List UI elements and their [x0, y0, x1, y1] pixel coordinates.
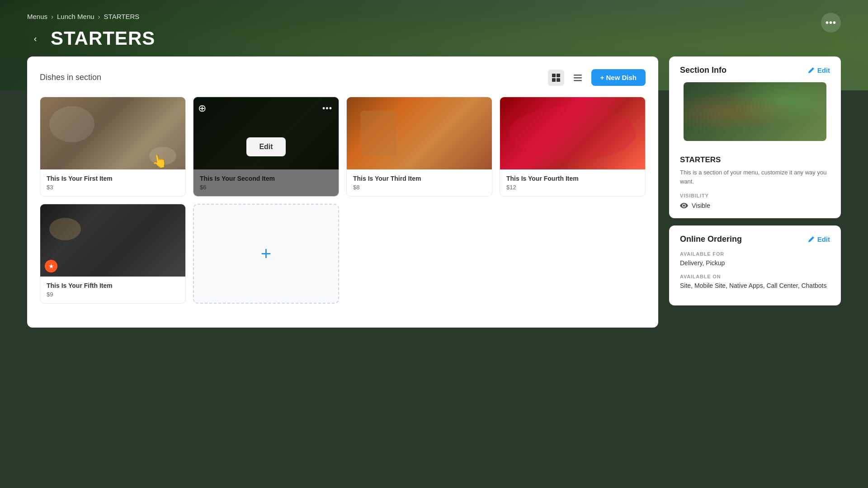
back-button[interactable]: ‹ — [27, 30, 43, 47]
dish-name-4: This Is Your Fourth Item — [506, 175, 639, 182]
list-view-button[interactable] — [570, 70, 586, 86]
available-on-label: AVAILABLE ON — [680, 274, 830, 279]
card-overlay: ⊕ ••• Edit — [193, 97, 339, 196]
dish-card-2[interactable]: ⊕ ••• Edit This Is Your Second Item $6 — [193, 97, 339, 197]
section-img-wrapper — [669, 82, 841, 155]
panel-title: Dishes in section — [40, 73, 101, 82]
online-ordering-edit-link[interactable]: Edit — [808, 235, 830, 243]
right-panel: Section Info Edit STARTERS This is a sec… — [669, 56, 841, 305]
dish-card-5[interactable]: ★ This Is Your Fifth Item $9 — [40, 204, 186, 304]
svg-rect-1 — [557, 74, 560, 77]
panel-header: Dishes in section — [40, 69, 646, 86]
edit-icon — [808, 67, 815, 74]
main-panel: Dishes in section — [27, 56, 658, 328]
dish-price-5: $9 — [47, 291, 179, 298]
section-info-body: STARTERS This is a section of your menu,… — [669, 155, 841, 218]
section-info-header: Section Info Edit — [669, 56, 841, 82]
breadcrumb-menus[interactable]: Menus — [27, 13, 47, 20]
dish-card-1[interactable]: This Is Your First Item $3 — [40, 97, 186, 197]
breadcrumb-sep-2: › — [98, 13, 100, 20]
online-ordering-body: AVAILABLE FOR Delivery, Pickup AVAILABLE… — [669, 244, 841, 305]
dish-price-1: $3 — [47, 184, 179, 191]
visibility-label: VISIBILITY — [680, 193, 830, 198]
dish-name-1: This Is Your First Item — [47, 175, 179, 182]
online-ordering-card: Online Ordering Edit AVAILABLE FOR Deliv… — [669, 225, 841, 305]
svg-rect-5 — [574, 77, 582, 79]
section-info-title: Section Info — [680, 66, 726, 75]
breadcrumb: Menus › Lunch Menu › STARTERS — [27, 13, 841, 20]
available-on-value: Site, Mobile Site, Native Apps, Call Cen… — [680, 282, 830, 289]
featured-badge: ★ — [45, 260, 57, 272]
new-dish-button[interactable]: + New Dish — [591, 69, 646, 86]
dish-grid: This Is Your First Item $3 ⊕ ••• Edit — [40, 97, 646, 304]
eye-icon — [680, 203, 688, 208]
breadcrumb-sep-1: › — [51, 13, 53, 20]
svg-rect-0 — [552, 74, 556, 77]
section-description: This is a section of your menu, customiz… — [680, 168, 830, 186]
breadcrumb-lunch-menu[interactable]: Lunch Menu — [57, 13, 94, 20]
card-more-button[interactable]: ••• — [321, 102, 334, 115]
section-info-edit-link[interactable]: Edit — [808, 66, 830, 74]
dish-price-3: $8 — [353, 184, 486, 191]
more-options-button[interactable]: ••• — [821, 13, 841, 33]
overlay-top: ⊕ ••• — [198, 102, 334, 115]
breadcrumb-current: STARTERS — [104, 13, 140, 20]
section-info-card: Section Info Edit STARTERS This is a sec… — [669, 56, 841, 218]
svg-rect-6 — [574, 80, 582, 81]
dish-card-3[interactable]: This Is Your Third Item $8 — [346, 97, 492, 197]
dish-card-4[interactable]: This Is Your Fourth Item $12 — [500, 97, 646, 197]
online-ordering-title: Online Ordering — [680, 235, 742, 244]
available-for-label: AVAILABLE FOR — [680, 251, 830, 257]
svg-rect-3 — [557, 78, 560, 82]
dish-name-3: This Is Your Third Item — [353, 175, 486, 182]
drag-handle-icon[interactable]: ⊕ — [198, 103, 206, 114]
page-title: STARTERS — [51, 28, 155, 49]
online-ordering-header: Online Ordering Edit — [669, 225, 841, 244]
svg-rect-2 — [552, 78, 556, 82]
svg-rect-4 — [574, 75, 582, 76]
available-for-value: Delivery, Pickup — [680, 259, 830, 267]
panel-actions: + New Dish — [548, 69, 646, 86]
grid-view-button[interactable] — [548, 70, 564, 86]
edit-icon-2 — [808, 236, 815, 243]
visibility-value: Visible — [692, 202, 710, 209]
section-name: STARTERS — [680, 155, 830, 164]
visibility-row: Visible — [680, 202, 830, 209]
add-dish-card[interactable]: + — [193, 204, 339, 304]
dish-price-4: $12 — [506, 184, 639, 191]
dish-name-5: This Is Your Fifth Item — [47, 282, 179, 289]
section-image — [684, 82, 826, 141]
edit-dish-button[interactable]: Edit — [246, 137, 285, 156]
